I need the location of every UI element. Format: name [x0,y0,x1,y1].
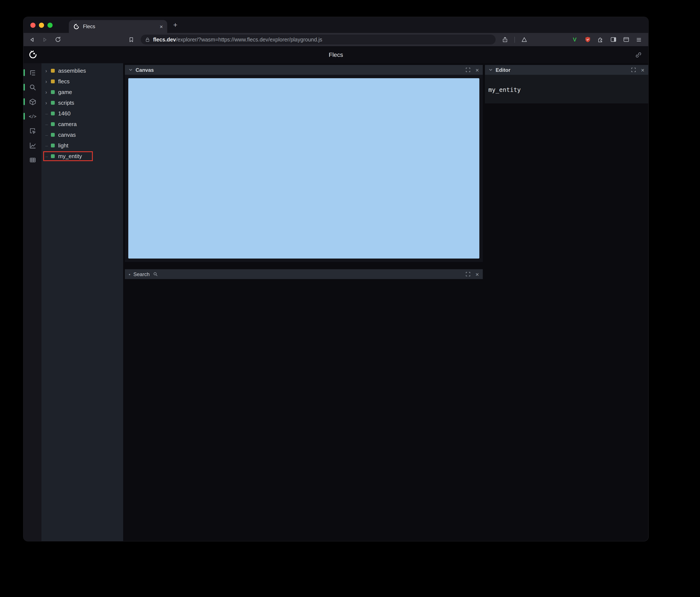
entity-kind-square [51,122,55,126]
rail-code-button[interactable]: </> [24,111,42,122]
sidebar-button[interactable] [610,36,617,43]
active-indicator [24,69,25,76]
leaf-dash-icon: – [45,132,51,137]
tree-row[interactable]: › scripts [42,98,123,108]
rail-inspect-button[interactable] [24,125,42,136]
editor-content[interactable]: my_entity [485,75,648,103]
extension-v-button[interactable]: V [571,36,578,43]
reload-button[interactable] [54,36,61,43]
close-icon[interactable]: × [475,67,479,73]
tree-row[interactable]: › assemblies [42,66,123,76]
expand-icon[interactable] [631,68,636,72]
browser-tab[interactable]: Flecs × [69,20,167,33]
zoom-window-button[interactable] [47,22,53,28]
minimize-window-button[interactable] [39,22,44,28]
address-bar[interactable]: flecs.dev/explorer/?wasm=https://www.fle… [141,35,496,45]
active-indicator [24,84,25,90]
window-panel-button[interactable] [623,36,629,43]
screen: Flecs × + flecs.dev/ [0,0,700,597]
tab-close-button[interactable]: × [160,24,163,29]
canvas-panel-title: Canvas [135,67,154,73]
tree-row[interactable]: – light [42,140,123,151]
tree-row-my-entity[interactable]: – my_entity [42,151,123,161]
tree-row[interactable]: › flecs [42,76,123,87]
close-window-button[interactable] [30,22,35,28]
extension-shield-button[interactable] [584,36,591,43]
close-icon[interactable]: × [641,67,644,73]
new-tab-button[interactable]: + [173,21,177,29]
editor-panel-header: Editor × [485,65,648,75]
entity-kind-square [51,101,55,105]
back-button[interactable] [29,36,35,43]
page-title: Flecs [24,51,648,58]
rail-entities-button[interactable] [24,96,42,107]
entity-kind-square [51,144,55,148]
tree-row-label: camera [58,121,77,127]
canvas-surface[interactable] [128,78,479,259]
entity-kind-square [51,69,55,73]
icon-rail: </> [24,63,42,541]
canvas-panel-header: Canvas × [125,65,483,75]
tab-title: Flecs [83,24,156,29]
tree-row-label: flecs [58,78,70,85]
table-icon [29,156,36,163]
tree-row-label: canvas [58,132,76,138]
bookmark-button[interactable] [128,36,135,43]
rail-tables-button[interactable] [24,154,42,165]
entity-kind-square [51,90,55,94]
menu-button[interactable] [635,36,642,43]
browser-toolbar: flecs.dev/explorer/?wasm=https://www.fle… [24,33,648,46]
leaf-dash-icon: – [45,143,51,148]
extensions-puzzle-button[interactable] [597,36,604,43]
entity-kind-square [51,79,55,83]
expand-icon[interactable] [466,68,470,72]
entity-tree-panel: › assemblies › flecs › game › sc [42,63,123,541]
tree-row[interactable]: – 1460 [42,108,123,119]
share-button[interactable] [502,36,508,43]
lock-icon [145,37,150,42]
expander-icon[interactable]: › [45,78,51,84]
flecs-favicon [73,23,79,30]
bullet-icon: • [129,271,130,277]
rail-stats-button[interactable] [24,140,42,151]
leaf-dash-icon: – [45,122,51,127]
rail-search-button[interactable] [24,82,42,93]
search-icon [29,83,36,91]
editor-panel-title: Editor [496,67,510,73]
toolbar-separator [515,36,515,43]
app-header: Flecs [24,46,648,63]
center-column: Canvas × • Se [123,63,485,541]
expander-icon[interactable]: › [45,100,51,106]
canvas-panel-body [125,75,483,262]
expand-icon[interactable] [466,272,470,277]
chevron-down-icon[interactable] [489,68,493,72]
search-panel-header[interactable]: • Search × [125,269,483,279]
active-indicator [24,98,25,105]
forward-button[interactable] [42,36,48,43]
editor-entity-name: my_entity [488,86,521,93]
tree-row[interactable]: – canvas [42,129,123,140]
cube-icon [29,98,36,105]
tree-row[interactable]: › game [42,87,123,98]
share-link-button[interactable] [635,52,642,58]
expander-icon[interactable]: › [45,68,51,74]
tree-icon [29,69,36,76]
canvas-panel: Canvas × [125,65,483,262]
tree-row-label: assemblies [58,68,86,74]
entity-kind-square [51,111,55,115]
close-icon[interactable]: × [475,271,479,277]
tree-row[interactable]: – camera [42,119,123,129]
active-indicator [24,113,25,120]
tree-row-label: 1460 [58,110,71,117]
editor-panel: Editor × my_entity [485,63,648,541]
expander-icon[interactable]: › [45,89,51,95]
search-glyph-icon [153,272,158,277]
tree-row-label: game [58,89,72,95]
chevron-down-icon[interactable] [129,68,132,72]
browser-window: Flecs × + flecs.dev/ [24,17,648,541]
url-domain: flecs.dev [153,36,176,43]
rail-tree-button[interactable] [24,67,42,78]
brave-rewards-button[interactable] [521,36,528,43]
search-panel: • Search × [125,269,483,279]
entity-kind-square [51,154,55,158]
